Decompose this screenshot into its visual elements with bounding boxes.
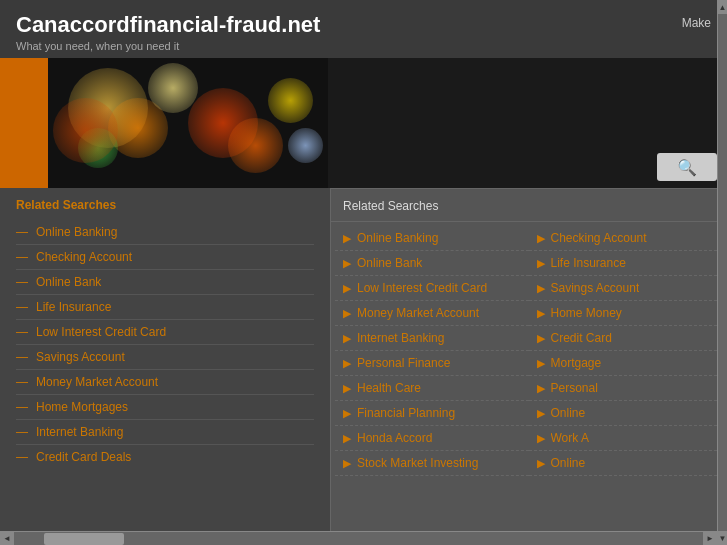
arrow-icon-4: — xyxy=(16,325,28,339)
related-text-internet-banking[interactable]: Internet Banking xyxy=(357,331,444,345)
related-panel-title: Related Searches xyxy=(331,199,726,222)
related-item-health-care[interactable]: ▶ Health Care xyxy=(335,376,529,401)
scroll-track-vertical[interactable] xyxy=(718,14,728,531)
related-item-online-r[interactable]: ▶ Online xyxy=(529,401,723,426)
related-text-savings-r[interactable]: Savings Account xyxy=(551,281,640,295)
related-text-personal-finance[interactable]: Personal Finance xyxy=(357,356,450,370)
related-arrow-icon-7: ▶ xyxy=(343,407,351,420)
related-text-low-credit[interactable]: Low Interest Credit Card xyxy=(357,281,487,295)
scroll-thumb-horizontal[interactable] xyxy=(44,533,124,545)
related-item-stock-market[interactable]: ▶ Stock Market Investing xyxy=(335,451,529,476)
related-text-honda[interactable]: Honda Accord xyxy=(357,431,432,445)
related-text-online-banking[interactable]: Online Banking xyxy=(357,231,438,245)
site-subtitle: What you need, when you need it xyxy=(16,40,320,52)
sidebar: Related Searches — Online Banking — Chec… xyxy=(0,188,330,538)
related-text-money-market[interactable]: Money Market Account xyxy=(357,306,479,320)
header-left: Canaccordfinancial-fraud.net What you ne… xyxy=(16,12,320,52)
related-text-online-bank[interactable]: Online Bank xyxy=(357,256,422,270)
related-text-home-r[interactable]: Home Money xyxy=(551,306,622,320)
sidebar-link-internet-banking[interactable]: Internet Banking xyxy=(36,425,123,439)
related-text-mortgage-r[interactable]: Mortgage xyxy=(551,356,602,370)
sidebar-link-low-interest[interactable]: Low Interest Credit Card xyxy=(36,325,166,339)
related-arrow-icon-r6: ▶ xyxy=(537,382,545,395)
sidebar-item-money-market[interactable]: — Money Market Account xyxy=(16,370,314,395)
related-item-online-bank[interactable]: ▶ Online Bank xyxy=(335,251,529,276)
related-arrow-icon-4: ▶ xyxy=(343,332,351,345)
related-item-credit-r[interactable]: ▶ Credit Card xyxy=(529,326,723,351)
related-text-life-ins-r[interactable]: Life Insurance xyxy=(551,256,626,270)
related-item-online2-r[interactable]: ▶ Online xyxy=(529,451,723,476)
header-make-label: Make xyxy=(682,16,711,30)
related-item-financial-planning[interactable]: ▶ Financial Planning xyxy=(335,401,529,426)
search-icon: 🔍 xyxy=(677,158,697,177)
related-item-low-credit[interactable]: ▶ Low Interest Credit Card xyxy=(335,276,529,301)
scroll-track-horizontal[interactable] xyxy=(14,532,703,546)
sidebar-link-home-mortgages[interactable]: Home Mortgages xyxy=(36,400,128,414)
related-text-credit-r[interactable]: Credit Card xyxy=(551,331,612,345)
scroll-right-button[interactable]: ► xyxy=(703,532,717,546)
related-arrow-icon-2: ▶ xyxy=(343,282,351,295)
vertical-scrollbar[interactable]: ▲ ▼ xyxy=(717,0,727,545)
sidebar-link-money-market[interactable]: Money Market Account xyxy=(36,375,158,389)
sidebar-link-checking[interactable]: Checking Account xyxy=(36,250,132,264)
scroll-left-button[interactable]: ◄ xyxy=(0,532,14,546)
related-item-money-market[interactable]: ▶ Money Market Account xyxy=(335,301,529,326)
related-text-health-care[interactable]: Health Care xyxy=(357,381,421,395)
related-item-personal-r[interactable]: ▶ Personal xyxy=(529,376,723,401)
related-item-savings-r[interactable]: ▶ Savings Account xyxy=(529,276,723,301)
sidebar-item-home-mortgages[interactable]: — Home Mortgages xyxy=(16,395,314,420)
arrow-icon-0: — xyxy=(16,225,28,239)
related-arrow-icon-r3: ▶ xyxy=(537,307,545,320)
related-arrow-icon-3: ▶ xyxy=(343,307,351,320)
banner: 🔍 xyxy=(0,58,727,188)
sidebar-link-online-banking[interactable]: Online Banking xyxy=(36,225,117,239)
related-item-home-r[interactable]: ▶ Home Money xyxy=(529,301,723,326)
arrow-icon-2: — xyxy=(16,275,28,289)
horizontal-scrollbar[interactable]: ◄ ► xyxy=(0,531,717,545)
sidebar-item-online-bank[interactable]: — Online Bank xyxy=(16,270,314,295)
related-text-online2-r[interactable]: Online xyxy=(551,456,586,470)
related-text-financial-planning[interactable]: Financial Planning xyxy=(357,406,455,420)
related-arrow-icon-1: ▶ xyxy=(343,257,351,270)
search-box[interactable]: 🔍 xyxy=(657,153,717,181)
related-item-internet-banking[interactable]: ▶ Internet Banking xyxy=(335,326,529,351)
sidebar-link-credit-card[interactable]: Credit Card Deals xyxy=(36,450,131,464)
scroll-down-button[interactable]: ▼ xyxy=(718,531,728,545)
related-item-checking-r[interactable]: ▶ Checking Account xyxy=(529,226,723,251)
related-text-stock-market[interactable]: Stock Market Investing xyxy=(357,456,478,470)
related-arrow-icon-r0: ▶ xyxy=(537,232,545,245)
related-arrow-icon-r4: ▶ xyxy=(537,332,545,345)
related-arrow-icon-r5: ▶ xyxy=(537,357,545,370)
sidebar-item-credit-card[interactable]: — Credit Card Deals xyxy=(16,445,314,469)
related-arrow-icon-9: ▶ xyxy=(343,457,351,470)
related-item-personal-finance[interactable]: ▶ Personal Finance xyxy=(335,351,529,376)
related-arrow-icon-5: ▶ xyxy=(343,357,351,370)
related-text-online-r[interactable]: Online xyxy=(551,406,586,420)
sidebar-link-savings[interactable]: Savings Account xyxy=(36,350,125,364)
related-arrow-icon-r7: ▶ xyxy=(537,407,545,420)
sidebar-link-online-bank[interactable]: Online Bank xyxy=(36,275,101,289)
sidebar-item-internet-banking[interactable]: — Internet Banking xyxy=(16,420,314,445)
bokeh-image xyxy=(48,58,328,188)
related-item-worka-r[interactable]: ▶ Work A xyxy=(529,426,723,451)
header: Canaccordfinancial-fraud.net What you ne… xyxy=(0,0,727,58)
arrow-icon-5: — xyxy=(16,350,28,364)
arrow-icon-8: — xyxy=(16,425,28,439)
sidebar-item-life-insurance[interactable]: — Life Insurance xyxy=(16,295,314,320)
related-text-checking-r[interactable]: Checking Account xyxy=(551,231,647,245)
related-item-online-banking[interactable]: ▶ Online Banking xyxy=(335,226,529,251)
sidebar-item-low-interest[interactable]: — Low Interest Credit Card xyxy=(16,320,314,345)
related-item-mortgage-r[interactable]: ▶ Mortgage xyxy=(529,351,723,376)
sidebar-item-online-banking[interactable]: — Online Banking xyxy=(16,220,314,245)
related-text-personal-r[interactable]: Personal xyxy=(551,381,598,395)
related-item-life-ins-r[interactable]: ▶ Life Insurance xyxy=(529,251,723,276)
orange-bar xyxy=(0,58,48,188)
arrow-icon-1: — xyxy=(16,250,28,264)
scroll-up-button[interactable]: ▲ xyxy=(718,0,728,14)
related-item-honda[interactable]: ▶ Honda Accord xyxy=(335,426,529,451)
sidebar-item-savings[interactable]: — Savings Account xyxy=(16,345,314,370)
related-arrow-icon-r2: ▶ xyxy=(537,282,545,295)
sidebar-item-checking[interactable]: — Checking Account xyxy=(16,245,314,270)
related-text-worka-r[interactable]: Work A xyxy=(551,431,589,445)
sidebar-link-life-insurance[interactable]: Life Insurance xyxy=(36,300,111,314)
